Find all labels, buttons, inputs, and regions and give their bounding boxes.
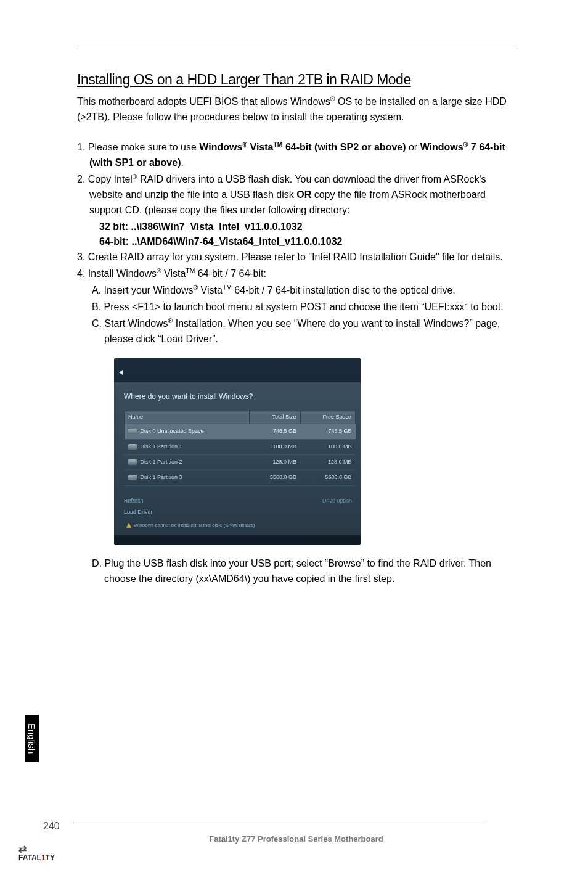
- brand-logo: ⇄ FATAL1TY: [18, 846, 55, 862]
- step-4-lead: 4. Install Windows: [77, 268, 157, 279]
- screenshot-links: Refresh Load Driver Drive option: [124, 497, 356, 517]
- refresh-link[interactable]: Refresh: [124, 497, 153, 506]
- disk-icon: [128, 429, 137, 434]
- row-name: Disk 1 Partition 1: [141, 443, 182, 450]
- step-1-windows: Windows: [199, 142, 242, 152]
- step-4a: A. Insert your Windows® VistaTM 64-bit /…: [77, 283, 517, 298]
- step-4d: D. Plug the USB flash disk into your USB…: [77, 556, 517, 587]
- table-row[interactable]: Disk 1 Partition 2 128.0 MB 128.0 MB: [125, 455, 356, 470]
- section-heading: Installing OS on a HDD Larger Than 2TB i…: [77, 72, 517, 88]
- page-number: 240: [43, 821, 60, 832]
- step-3: 3. Create RAID array for you system. Ple…: [77, 250, 517, 265]
- disk-icon: [128, 444, 137, 450]
- step-1-reg: ®: [242, 141, 247, 148]
- step-4a-lead: A. Insert your Windows: [92, 285, 194, 295]
- row-total: 5588.8 GB: [249, 470, 300, 486]
- disk-table: Name Total Size Free Space Disk 0 Unallo…: [124, 411, 356, 486]
- screenshot-inner: Where do you want to install Windows? Na…: [114, 382, 361, 536]
- logo-arrows-icon: ⇄: [18, 846, 55, 852]
- screenshot-warning: Windows cannot be installed to this disk…: [124, 522, 356, 529]
- screenshot-title: Where do you want to install Windows?: [124, 391, 356, 403]
- step-2-path64: 64-bit: ..\AMD64\Win7-64_Vista64_Intel_v…: [77, 234, 517, 250]
- step-1-period: .: [181, 157, 183, 168]
- step-1-txt1: 64-bit (with SP2 or above): [282, 142, 406, 152]
- step-1-vista: Vista: [247, 142, 273, 152]
- windows-install-screenshot: Where do you want to install Windows? Na…: [114, 358, 361, 545]
- step-2: 2. Copy Intel® RAID drivers into a USB f…: [77, 172, 517, 218]
- page-footer: 240 Fatal1ty Z77 Professional Series Mot…: [43, 820, 517, 844]
- step-1-or: or: [406, 142, 420, 152]
- brand-ty: TY: [46, 853, 55, 862]
- step-4a-reg: ®: [194, 284, 198, 291]
- warning-icon: [126, 523, 131, 528]
- disk-table-header-row: Name Total Size Free Space: [125, 411, 356, 424]
- footer-rule: [73, 823, 486, 823]
- intro-text-1: This motherboard adopts UEFI BIOS that a…: [77, 96, 330, 107]
- intro-paragraph: This motherboard adopts UEFI BIOS that a…: [77, 94, 517, 125]
- col-name: Name: [125, 411, 250, 424]
- step-1-lead: 1. Please make sure to use: [77, 142, 199, 152]
- table-row[interactable]: Disk 1 Partition 3 5588.8 GB 5588.8 GB: [125, 470, 356, 486]
- step-4-tm: TM: [186, 268, 195, 274]
- step-4a-tail: 64-bit / 7 64-bit installation disc to t…: [232, 285, 455, 295]
- row-name: Disk 1 Partition 3: [141, 474, 182, 480]
- load-driver-link[interactable]: Load Driver: [124, 508, 153, 517]
- table-row[interactable]: Disk 0 Unallocated Space 746.5 GB 746.5 …: [125, 424, 356, 440]
- row-name: Disk 1 Partition 2: [141, 459, 182, 465]
- step-4b: B. Press <F11> to launch boot menu at sy…: [77, 300, 517, 315]
- brand-main: FATAL: [18, 853, 41, 862]
- row-free: 5588.8 GB: [300, 470, 355, 486]
- step-4c-lead: C. Start Windows: [92, 318, 168, 329]
- footer-title: Fatal1ty Z77 Professional Series Motherb…: [75, 834, 517, 844]
- step-4-tail: 64-bit / 7 64-bit:: [195, 268, 266, 279]
- step-4a-vista: Vista: [198, 285, 223, 295]
- step-4c: C. Start Windows® Installation. When you…: [77, 316, 517, 347]
- step-1-tm: TM: [273, 141, 282, 148]
- language-tab: English: [25, 715, 39, 762]
- page-top-rule: [77, 47, 517, 47]
- step-4-reg: ®: [157, 268, 161, 274]
- row-free: 746.5 GB: [300, 424, 355, 440]
- brand-one: 1: [41, 853, 46, 862]
- step-1: 1. Please make sure to use Windows® Vist…: [77, 140, 517, 171]
- steps-list: 1. Please make sure to use Windows® Vist…: [77, 140, 517, 587]
- row-free: 100.0 MB: [300, 440, 355, 455]
- main-content: Installing OS on a HDD Larger Than 2TB i…: [77, 72, 517, 588]
- row-total: 128.0 MB: [249, 455, 300, 470]
- row-name: Disk 0 Unallocated Space: [141, 428, 204, 434]
- step-2-path32: 32 bit: ..\i386\Win7_Vista_Intel_v11.0.0…: [77, 220, 517, 235]
- row-total: 100.0 MB: [249, 440, 300, 455]
- step-4a-tm: TM: [223, 284, 232, 291]
- back-arrow-icon: [119, 370, 123, 375]
- warning-text: Windows cannot be installed to this disk…: [134, 522, 255, 528]
- step-4: 4. Install Windows® VistaTM 64-bit / 7 6…: [77, 266, 517, 282]
- step-2-lead: 2. Copy Intel: [77, 174, 133, 184]
- drive-options-link[interactable]: Drive option: [322, 497, 352, 517]
- col-total: Total Size: [249, 411, 300, 424]
- row-total: 746.5 GB: [249, 424, 300, 440]
- col-free: Free Space: [300, 411, 355, 424]
- step-2-or: OR: [296, 189, 311, 200]
- row-free: 128.0 MB: [300, 455, 355, 470]
- step-1-windows2: Windows: [420, 142, 463, 152]
- registered-sup: ®: [330, 96, 335, 102]
- step-4-vista: Vista: [161, 268, 186, 279]
- disk-icon: [128, 459, 137, 465]
- table-row[interactable]: Disk 1 Partition 1 100.0 MB 100.0 MB: [125, 440, 356, 455]
- disk-icon: [128, 475, 137, 480]
